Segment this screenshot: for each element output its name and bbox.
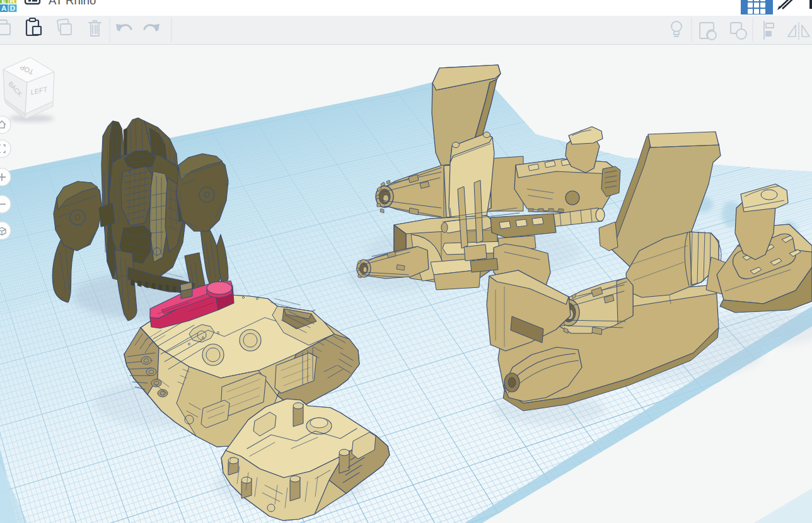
svg-text:E: E [2, 0, 6, 4]
svg-text:R: R [10, 0, 15, 4]
svg-text:A: A [1, 4, 6, 12]
svg-text:AT Rhino: AT Rhino [49, 0, 96, 7]
svg-text:D: D [10, 4, 15, 12]
